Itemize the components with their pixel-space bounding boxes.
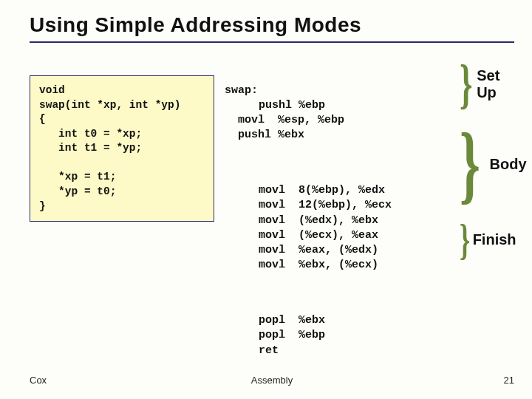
label-finish-row: } Finish — [460, 213, 514, 266]
brace-icon: } — [460, 125, 480, 203]
c-code-box: void swap(int *xp, int *yp) { int t0 = *… — [30, 75, 214, 222]
label-setup-row: } Set Up — [460, 53, 514, 115]
section-labels: } Set Up } Body } Finish — [460, 53, 514, 266]
title-rule — [30, 41, 514, 43]
footer-page-number: 21 — [504, 375, 514, 386]
label-finish: Finish — [473, 231, 516, 248]
asm-finish: popl %ebx popl %ebp ret — [225, 313, 449, 358]
content-row: void swap(int *xp, int *yp) { int t0 = *… — [30, 53, 514, 398]
asm-func-label: swap: — [225, 84, 258, 97]
brace-icon: } — [460, 219, 470, 259]
asm-body: movl 8(%ebp), %edx movl 12(%ebp), %ecx m… — [225, 183, 449, 273]
footer: Cox Assembly 21 — [30, 375, 514, 386]
label-setup: Set Up — [477, 67, 514, 101]
slide: Using Simple Addressing Modes void swap(… — [0, 0, 532, 399]
label-body-row: } Body — [460, 115, 514, 213]
label-body: Body — [490, 156, 527, 173]
brace-icon: } — [460, 60, 473, 109]
page-title: Using Simple Addressing Modes — [30, 13, 514, 37]
assembly-column: swap: pushl %ebp movl %esp, %ebp pushl %… — [225, 53, 449, 398]
asm-setup-block: swap: pushl %ebp movl %esp, %ebp pushl %… — [225, 83, 449, 143]
asm-setup: pushl %ebp movl %esp, %ebp pushl %ebx — [225, 99, 344, 142]
footer-author: Cox — [30, 375, 47, 386]
footer-title: Assembly — [251, 375, 293, 386]
